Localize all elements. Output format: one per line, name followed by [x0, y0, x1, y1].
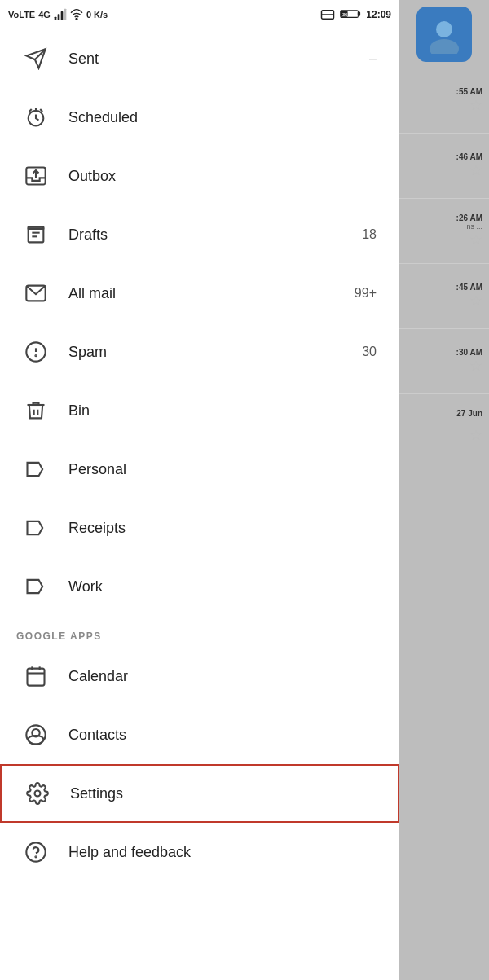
sent-badge: –: [369, 51, 377, 66]
menu-item-drafts[interactable]: Drafts 18: [0, 205, 399, 264]
email-peek-1: :55 AM ☆: [399, 68, 489, 134]
svg-rect-2: [61, 11, 64, 20]
email-peek-2: :46 AM ☆: [399, 134, 489, 199]
menu-item-all-mail[interactable]: All mail 99+: [0, 264, 399, 323]
signal-label: 4G: [38, 10, 51, 20]
personal-label-icon: [16, 458, 55, 481]
contacts-icon: [16, 723, 55, 746]
wifi-icon: [70, 8, 83, 21]
bin-icon: [16, 399, 55, 422]
email-time-2: :46 AM: [456, 152, 482, 161]
svg-point-34: [430, 39, 459, 54]
sim-icon: [320, 9, 335, 20]
email-peek-4: :45 AM ☆: [399, 264, 489, 329]
calendar-label: Calendar: [68, 668, 383, 685]
svg-rect-3: [64, 9, 67, 20]
scheduled-icon: [16, 106, 55, 129]
email-time-6: 27 Jun: [456, 409, 482, 418]
svg-point-30: [35, 791, 41, 797]
volte-label: VoLTE: [8, 10, 35, 20]
svg-rect-8: [359, 11, 360, 15]
avatar-image: [425, 15, 464, 54]
email-peek-6: 27 Jun ... ☆: [399, 394, 489, 459]
star-icon-4[interactable]: ☆: [469, 292, 482, 310]
spam-label: Spam: [68, 344, 362, 361]
menu-item-bin[interactable]: Bin: [0, 381, 399, 440]
svg-point-4: [76, 18, 77, 20]
time-display: 12:09: [366, 9, 391, 20]
work-label-icon: [16, 575, 55, 598]
settings-icon: [18, 782, 57, 805]
spam-badge: 30: [362, 345, 377, 359]
svg-rect-24: [28, 669, 45, 686]
email-tag-6: ...: [476, 418, 482, 426]
email-time-1: :55 AM: [456, 87, 482, 96]
email-peek-3: :26 AM ns ... ☆: [399, 199, 489, 264]
menu-item-receipts[interactable]: Receipts: [0, 499, 399, 557]
svg-point-33: [436, 21, 452, 37]
help-label: Help and feedback: [68, 844, 383, 861]
menu-item-settings[interactable]: Settings: [0, 764, 399, 823]
svg-point-31: [26, 842, 45, 861]
email-time-3: :26 AM: [456, 213, 482, 222]
status-right: 36 12:09: [320, 8, 391, 22]
menu-item-outbox[interactable]: Outbox: [0, 147, 399, 205]
menu-item-sent[interactable]: Sent –: [0, 29, 399, 88]
outbox-label: Outbox: [68, 168, 383, 185]
drawer-menu: VoLTE 4G 0 K/s: [0, 0, 399, 980]
drafts-label: Drafts: [68, 226, 362, 244]
star-icon-5[interactable]: ☆: [469, 357, 482, 375]
outbox-icon: [16, 165, 55, 187]
star-icon-6[interactable]: ☆: [469, 426, 482, 444]
svg-point-29: [26, 725, 45, 744]
menu-item-work[interactable]: Work: [0, 557, 399, 616]
star-icon-3[interactable]: ☆: [469, 231, 482, 248]
svg-point-32: [35, 856, 36, 857]
google-apps-header: GOOGLE APPS: [0, 616, 399, 647]
allmail-label: All mail: [68, 285, 355, 302]
receipts-label: Receipts: [68, 520, 383, 537]
email-time-4: :45 AM: [456, 283, 482, 292]
right-panel: :55 AM ☆ :46 AM ☆ :26 AM ns ... ☆ :45 AM…: [399, 0, 489, 980]
svg-point-23: [35, 355, 36, 356]
allmail-icon: [16, 282, 55, 305]
star-icon-2[interactable]: ☆: [469, 161, 482, 179]
drafts-badge: 18: [362, 227, 377, 242]
menu-item-contacts[interactable]: Contacts: [0, 705, 399, 764]
menu-item-calendar[interactable]: Calendar: [0, 647, 399, 705]
spam-icon: [16, 341, 55, 363]
menu-list: Sent – Scheduled: [0, 29, 399, 616]
contacts-label: Contacts: [68, 727, 383, 744]
personal-label: Personal: [68, 461, 383, 478]
battery-icon: 36: [340, 8, 361, 20]
receipts-label-icon: [16, 516, 55, 539]
star-icon-1[interactable]: ☆: [469, 96, 482, 114]
menu-item-personal[interactable]: Personal: [0, 440, 399, 499]
svg-rect-0: [55, 17, 57, 20]
avatar: [416, 7, 472, 62]
drafts-icon: [16, 223, 55, 246]
svg-rect-1: [58, 14, 60, 20]
menu-item-help[interactable]: Help and feedback: [0, 823, 399, 881]
sent-label: Sent: [68, 51, 369, 68]
bin-label: Bin: [68, 402, 383, 420]
bottom-menu-list: Settings Help and feedback: [0, 764, 399, 881]
status-left: VoLTE 4G 0 K/s: [8, 8, 108, 21]
status-bar: VoLTE 4G 0 K/s: [0, 0, 399, 29]
email-time-5: :30 AM: [456, 348, 482, 357]
signal-bars-icon: [54, 8, 67, 21]
send-icon: [16, 47, 55, 70]
email-tag-3: ns ...: [466, 222, 482, 231]
battery-level: 36: [340, 8, 361, 22]
calendar-icon: [16, 665, 55, 688]
svg-text:36: 36: [342, 12, 347, 17]
data-speed: 0 K/s: [86, 10, 108, 20]
settings-label: Settings: [70, 785, 381, 802]
work-label: Work: [68, 578, 383, 595]
email-peek-5: :30 AM ☆: [399, 329, 489, 394]
menu-item-spam[interactable]: Spam 30: [0, 323, 399, 381]
menu-item-scheduled[interactable]: Scheduled: [0, 88, 399, 147]
help-icon: [16, 841, 55, 864]
allmail-badge: 99+: [355, 286, 377, 301]
google-apps-list: Calendar Contacts: [0, 647, 399, 764]
